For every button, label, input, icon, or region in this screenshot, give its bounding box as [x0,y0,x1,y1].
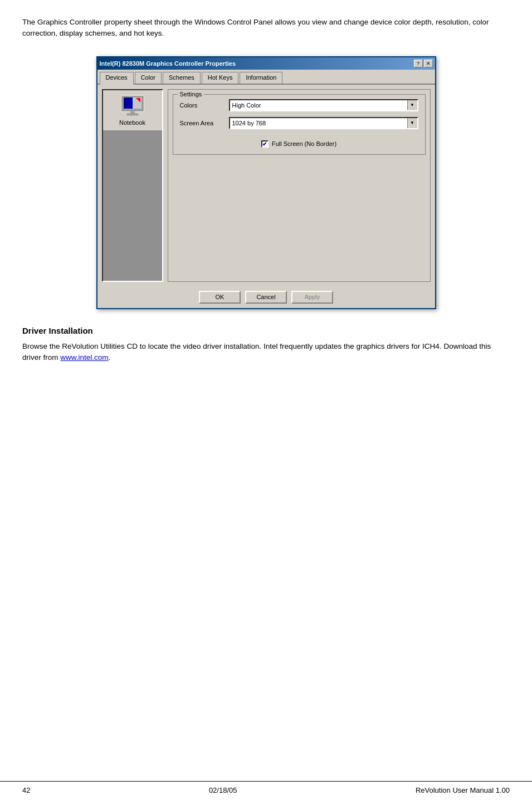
svg-rect-3 [124,97,133,109]
intro-paragraph: The Graphics Controller property sheet t… [22,17,510,40]
screen-area-select[interactable]: 1024 by 768 ▼ [229,117,418,129]
screen-area-dropdown-arrow[interactable]: ▼ [407,118,417,128]
tab-color[interactable]: Color [135,72,162,84]
driver-text-after: . [109,353,111,362]
footer-manual: ReVolution User Manual 1.00 [416,786,510,794]
svg-rect-7 [127,114,138,115]
device-gray-area [103,130,162,281]
dialog-title: Intel(R) 82830M Graphics Controller Prop… [100,60,236,67]
dialog-body: Notebook Settings Colors High Color [97,85,435,286]
cancel-button[interactable]: Cancel [245,291,287,304]
titlebar: Intel(R) 82830M Graphics Controller Prop… [97,57,435,70]
tab-hot-keys[interactable]: Hot Keys [202,72,239,84]
colors-row: Colors High Color ▼ [180,99,418,111]
device-item-notebook[interactable]: Notebook [103,90,162,130]
screen-area-value: 1024 by 768 [230,119,407,128]
fullscreen-label: Full Screen (No Border) [272,140,336,147]
footer-page-number: 42 [22,786,30,794]
svg-rect-6 [130,111,135,114]
device-name: Notebook [119,119,145,126]
settings-group: Settings Colors High Color ▼ Screen Area [173,94,426,155]
driver-text: Browse the ReVolution Utilities CD to lo… [22,341,510,364]
dialog-buttons: OK Cancel Apply [97,286,435,308]
tab-information[interactable]: Information [240,72,282,84]
ok-button[interactable]: OK [199,291,241,304]
settings-spacer [173,160,426,233]
tab-bar: Devices Color Schemes Hot Keys Informati… [97,70,435,85]
tab-schemes[interactable]: Schemes [163,72,201,84]
help-button[interactable]: ? [414,60,423,67]
fullscreen-row: ✔ Full Screen (No Border) [180,140,418,148]
apply-button[interactable]: Apply [291,291,333,304]
settings-group-label: Settings [178,91,204,97]
colors-value: High Color [230,101,407,110]
dialog-container: Intel(R) 82830M Graphics Controller Prop… [22,56,510,309]
driver-heading: Driver Installation [22,326,510,335]
fullscreen-checkbox[interactable]: ✔ [261,140,269,148]
intel-link[interactable]: www.intel.com [60,353,108,362]
device-list: Notebook [102,89,163,282]
colors-select[interactable]: High Color ▼ [229,99,418,111]
screen-area-label: Screen Area [180,120,224,126]
colors-dropdown-arrow[interactable]: ▼ [407,100,417,110]
colors-label: Colors [180,102,224,109]
settings-panel: Settings Colors High Color ▼ Screen Area [168,89,431,282]
footer-date: 02/18/05 [209,786,237,794]
close-button[interactable]: ✕ [424,60,433,67]
page-footer: 42 02/18/05 ReVolution User Manual 1.00 [0,781,532,799]
tab-devices[interactable]: Devices [100,72,134,85]
notebook-icon [119,95,146,117]
titlebar-buttons: ? ✕ [414,60,433,67]
driver-section: Driver Installation Browse the ReVolutio… [22,326,510,364]
checkmark-icon: ✔ [262,141,267,147]
win-dialog: Intel(R) 82830M Graphics Controller Prop… [96,56,436,309]
screen-area-row: Screen Area 1024 by 768 ▼ [180,117,418,129]
